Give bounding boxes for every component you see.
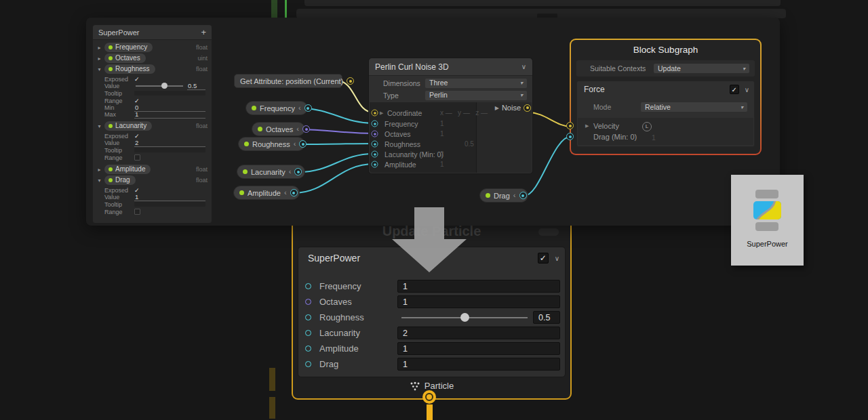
input-value[interactable]: 1	[440, 120, 444, 127]
param-node-roughness[interactable]: Roughness ‹	[238, 137, 305, 151]
output-port-icon[interactable]	[304, 104, 312, 112]
value-input[interactable]: 0.5	[187, 82, 205, 90]
roughness-slider[interactable]	[400, 311, 529, 324]
get-attribute-node[interactable]: Get Attribute: position (Current)	[234, 74, 342, 88]
node-header[interactable]: Perlin Curl Noise 3D ∨	[369, 58, 532, 76]
collapse-icon[interactable]: ‹	[294, 140, 296, 148]
input-port-icon[interactable]	[305, 330, 311, 336]
output-port-icon[interactable]	[519, 192, 527, 199]
tooltip-input[interactable]	[134, 202, 205, 207]
input-port-icon[interactable]	[566, 122, 574, 129]
input-port-icon[interactable]	[305, 314, 311, 320]
input-value[interactable]: 0.5	[465, 140, 474, 148]
input-port-icon[interactable]	[372, 110, 378, 117]
collapse-icon[interactable]: ‹	[296, 125, 299, 133]
dimensions-dropdown[interactable]: Three▾	[425, 79, 527, 88]
param-node-drag[interactable]: Drag ‹	[479, 188, 528, 203]
amplitude-input[interactable]: 1	[397, 342, 560, 355]
perlin-curl-noise-node[interactable]: Perlin Curl Noise 3D ∨ Dimensions Three▾…	[368, 58, 533, 174]
input-port-icon[interactable]	[305, 345, 311, 352]
expander-icon[interactable]: ▸	[96, 56, 102, 62]
chevron-down-icon[interactable]: ∨	[521, 63, 526, 70]
property-pill[interactable]: Octaves	[104, 54, 146, 63]
blackboard-property-roughness[interactable]: ▾ Roughness float	[96, 64, 208, 75]
superpower-asset-card[interactable]: SuperPower	[731, 175, 804, 266]
property-pill[interactable]: Frequency	[104, 43, 153, 52]
output-port-icon[interactable]	[524, 104, 531, 112]
expander-icon[interactable]: ▸	[96, 167, 102, 173]
drag-input[interactable]: 1	[397, 358, 560, 371]
blackboard-property-octaves[interactable]: ▸ Octaves uint	[96, 53, 208, 64]
block-enabled-checkbox[interactable]: ✓	[538, 253, 549, 264]
param-node-octaves[interactable]: Octaves ‹	[252, 122, 305, 136]
block-subgraph-node[interactable]: Block Subgraph Suitable Contexts Update▾…	[570, 39, 762, 155]
expander-icon[interactable]: ▸	[96, 45, 102, 51]
wire-noise-to-velocity[interactable]	[528, 112, 572, 127]
local-space-badge[interactable]: L	[642, 122, 652, 131]
roughness-input[interactable]: 0.5	[533, 311, 560, 324]
input-port-icon[interactable]	[305, 299, 311, 305]
max-input[interactable]: 1	[134, 110, 205, 119]
chevron-down-icon[interactable]: ∨	[555, 255, 559, 262]
input-port-icon[interactable]	[305, 283, 311, 289]
input-port-icon[interactable]	[372, 151, 378, 158]
property-pill[interactable]: Amplitude	[104, 165, 151, 174]
wire-frequency[interactable]	[301, 108, 374, 123]
property-pill[interactable]: Roughness	[104, 64, 155, 74]
expander-icon[interactable]: ▾	[96, 177, 102, 184]
collapse-icon[interactable]: ‹	[289, 168, 292, 175]
expander-icon[interactable]: ▾	[96, 66, 102, 72]
particle-output-port[interactable]	[422, 390, 436, 404]
block-enabled-checkbox[interactable]: ✓	[730, 85, 739, 94]
property-pill[interactable]: Lacunarity	[104, 121, 152, 131]
slider-knob[interactable]	[161, 83, 167, 89]
blackboard-property-lacunarity[interactable]: ▾ Lacunarity float	[96, 121, 208, 131]
wire-lacunarity[interactable]	[299, 154, 374, 172]
param-node-frequency[interactable]: Frequency ‹	[245, 101, 308, 115]
force-block[interactable]: Force ✓ ∨ Mode Relative▾ ▶ Velocity L	[576, 81, 755, 147]
blackboard-panel[interactable]: SuperPower + ▸ Frequency float ▸ Octaves…	[92, 24, 212, 224]
input-value[interactable]: 1	[440, 130, 444, 138]
blackboard-property-drag[interactable]: ▾ Drag float	[96, 175, 208, 186]
expander-icon[interactable]: ▶	[585, 123, 589, 129]
collapse-icon[interactable]: ‹	[298, 104, 301, 112]
expander-icon[interactable]: ▾	[96, 123, 102, 129]
param-node-lacunarity[interactable]: Lacunarity ‹	[237, 165, 305, 179]
output-port-icon[interactable]	[290, 189, 298, 196]
tooltip-input[interactable]	[134, 91, 205, 96]
expander-icon[interactable]: ▶	[380, 110, 383, 116]
type-dropdown[interactable]: Perlin▾	[425, 91, 527, 100]
value-slider[interactable]	[134, 82, 184, 89]
input-port-icon[interactable]	[372, 161, 378, 168]
range-checkbox[interactable]	[134, 209, 140, 215]
input-value[interactable]: 2	[440, 150, 444, 158]
force-header[interactable]: Force ✓ ∨	[577, 81, 754, 98]
output-port-icon[interactable]	[294, 168, 302, 175]
range-checkbox[interactable]	[134, 154, 140, 161]
output-port-icon[interactable]	[302, 125, 310, 133]
input-port-icon[interactable]	[305, 361, 311, 367]
add-property-button[interactable]: +	[201, 28, 206, 37]
tooltip-input[interactable]	[134, 148, 205, 152]
suitable-contexts-dropdown[interactable]: Update▾	[654, 64, 749, 73]
blackboard-property-frequency[interactable]: ▸ Frequency float	[96, 42, 208, 53]
input-value[interactable]: x — y — z —	[440, 109, 488, 117]
input-port-icon[interactable]	[372, 131, 378, 138]
blackboard-property-amplitude[interactable]: ▸ Amplitude float	[96, 164, 208, 175]
exposed-checkbox[interactable]: ✓	[134, 76, 141, 83]
input-value[interactable]: 1	[440, 161, 444, 168]
context-output-wire[interactable]	[427, 404, 433, 420]
slider-knob[interactable]	[460, 313, 469, 322]
context-header-badge[interactable]	[538, 228, 559, 236]
input-port-icon[interactable]	[372, 141, 378, 148]
value-input[interactable]: 2	[134, 139, 205, 147]
input-port-icon[interactable]	[566, 133, 574, 140]
collapse-icon[interactable]: ‹	[284, 189, 287, 196]
param-node-amplitude[interactable]: Amplitude ‹	[233, 186, 300, 200]
property-pill[interactable]: Drag	[104, 175, 136, 185]
collapse-icon[interactable]: ‹	[513, 192, 516, 199]
chevron-down-icon[interactable]: ∨	[745, 86, 749, 93]
wire-roughness[interactable]	[298, 144, 374, 144]
octaves-input[interactable]: 1	[397, 295, 560, 308]
value-input[interactable]: 1	[134, 193, 205, 201]
